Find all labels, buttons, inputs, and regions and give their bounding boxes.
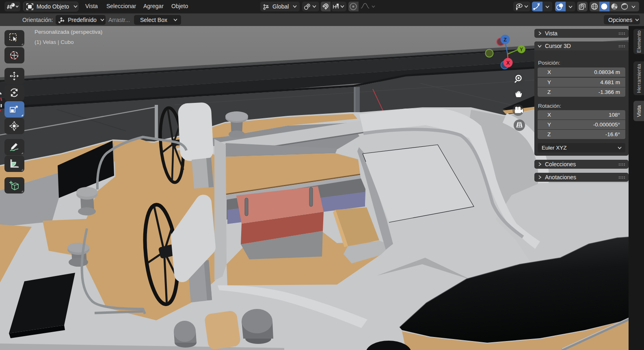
svg-text:Personalizada (perspectiva): Personalizada (perspectiva) — [35, 29, 102, 35]
svg-text:Y: Y — [520, 47, 523, 52]
svg-text:(1) Velas | Cubo: (1) Velas | Cubo — [35, 39, 74, 45]
svg-text:Z: Z — [504, 37, 507, 43]
svg-text:X: X — [506, 60, 510, 66]
